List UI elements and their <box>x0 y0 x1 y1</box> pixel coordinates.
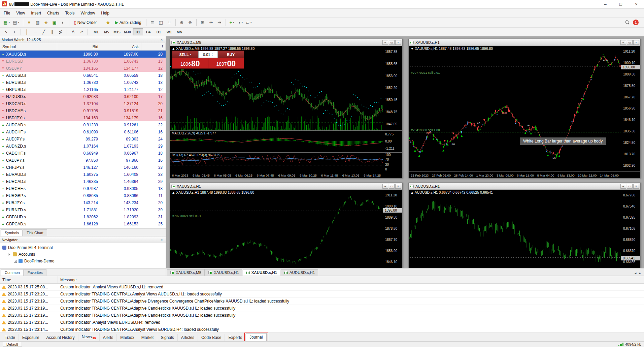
column-ask[interactable]: Ask <box>101 43 141 50</box>
column-time[interactable]: Time <box>0 276 58 283</box>
chart-tab-xauusd-s-m5[interactable]: XAUUSD.s,M5 <box>167 269 205 276</box>
menu-help[interactable]: Help <box>98 9 112 17</box>
chart-window-xauusd-h1-right[interactable]: XAUUSD.s,H1 – ▭ × BLBBBSXBLBIBLXBBBLB ▼ … <box>408 39 641 178</box>
timeframe-m30-button[interactable]: M30 <box>122 28 133 35</box>
minimize-button[interactable]: – <box>598 0 613 8</box>
chart-close-button[interactable]: × <box>633 184 639 189</box>
timeframe-m1-button[interactable]: M1 <box>91 28 101 35</box>
channel-button[interactable]: ∥ <box>48 28 56 36</box>
chart-window-audusd-h1[interactable]: AUDUSD.s,H1 – ▭ × ▲ AUDUSD.s,H1 0.66734 … <box>408 183 641 268</box>
menu-insert[interactable]: Insert <box>28 9 44 17</box>
autotrading-button[interactable]: ▶AutoTrading <box>112 19 144 26</box>
chart-line-button[interactable]: ≈ <box>165 19 173 26</box>
zoom-in-button[interactable]: ⊕ <box>178 19 186 26</box>
sell-price[interactable]: 1896 80 <box>172 58 208 68</box>
market-watch-row-usdchf-s[interactable]: ▼USDCHF.s0.917980.9181921 <box>0 107 166 114</box>
lot-spinner[interactable]: ▲▼ <box>211 53 213 56</box>
chart-tab-audusd-s-h1[interactable]: AUDUSD.s,H1 <box>281 269 318 276</box>
navigator-tab-favorites[interactable]: Favorites <box>24 269 46 276</box>
chart-window-titlebar[interactable]: XAUUSD.s,M5 – ▭ × <box>170 39 402 46</box>
price-chart[interactable] <box>409 190 621 268</box>
journal-row[interactable]: !2023.03.15 17:23:19...Custom indicator … <box>0 312 644 319</box>
timeframe-h1-button[interactable]: H1 <box>133 28 143 35</box>
chart-minimize-button[interactable]: – <box>382 40 388 45</box>
scroll-right-icon[interactable]: ► <box>638 272 641 275</box>
market-watch-row-eurnzd-s[interactable]: ▲EURNZD.s1.718811.7192039 <box>0 206 166 213</box>
chart-restore-button[interactable]: ▭ <box>627 40 633 45</box>
chart-tab-xauusd-s-h1[interactable]: XAUUSD.s,H1 <box>243 269 280 276</box>
cursor-button[interactable]: ↖ <box>2 28 10 36</box>
indicators-button[interactable]: +▾ <box>228 19 236 26</box>
chart-restore-button[interactable]: ▭ <box>389 184 395 189</box>
market-watch-row-eurcad-s[interactable]: ▲EURCAD.s1.463351.4636429 <box>0 178 166 185</box>
market-watch-row-nzdusd-s[interactable]: ▼NZDUSD.s0.620830.6210017 <box>0 93 166 100</box>
market-watch-row-cadchf-s[interactable]: ▲CADCHF.s0.669490.6696718 <box>0 150 166 157</box>
terminal-tab-exposure[interactable]: Exposure <box>19 334 43 341</box>
macd-pane[interactable]: MACD(12,26,9) -0.271 -1.977 0.7750.00-1.… <box>170 131 402 153</box>
terminal-tab-signals[interactable]: Signals <box>157 334 177 341</box>
metaeditor-button[interactable]: ◆ <box>104 19 112 26</box>
price-chart[interactable] <box>170 190 383 268</box>
terminal-tab-news[interactable]: News99 <box>78 333 100 341</box>
market-watch-row-gbpusd-s[interactable]: ▲GBPUSD.s1.211651.2117712 <box>0 86 166 93</box>
terminal-tab-experts[interactable]: Experts <box>225 334 246 341</box>
market-watch-row-audchf-s[interactable]: ▲AUDCHF.s0.610900.6110616 <box>0 128 166 135</box>
menu-charts[interactable]: Charts <box>44 9 62 17</box>
market-watch-row-audjpy-s[interactable]: ▲AUDJPY.s89.27989.30324 <box>0 135 166 143</box>
terminal-tab-articles[interactable]: Articles <box>178 334 198 341</box>
order-line[interactable]: #70770021 sell 0.01 <box>170 218 383 218</box>
horizontal-line-button[interactable]: ─ <box>31 28 39 36</box>
templates-button[interactable]: ▱▾ <box>245 19 253 26</box>
menu-window[interactable]: Window <box>78 9 98 17</box>
order-line[interactable]: #70419830 sell 1.00 <box>409 132 621 132</box>
timeframe-m5-button[interactable]: M5 <box>101 28 112 35</box>
order-line[interactable]: #70770021 sell 0.01 <box>409 75 621 75</box>
collapse-icon[interactable]: − <box>8 253 11 256</box>
scroll-left-icon[interactable]: ◄ <box>634 272 637 275</box>
terminal-tab-trade[interactable]: Trade <box>1 334 19 341</box>
text-tool-button[interactable]: A <box>69 28 77 36</box>
chart-tab-xauusd-s-h1[interactable]: XAUUSD.s,H1 <box>205 269 242 276</box>
chart-minimize-button[interactable]: – <box>620 184 626 189</box>
chart-window-titlebar[interactable]: AUDUSD.s,H1 – ▭ × <box>409 183 640 190</box>
column-spread[interactable]: ! <box>141 43 166 50</box>
buy-button[interactable]: BUY <box>218 51 244 58</box>
navigator-item-accounts[interactable]: −Accounts <box>0 251 166 258</box>
market-watch-close-icon[interactable]: × <box>159 38 164 42</box>
column-message[interactable]: Message <box>58 276 644 283</box>
close-button[interactable]: × <box>629 0 644 8</box>
chart-minimize-button[interactable]: – <box>620 40 626 45</box>
crosshair-button[interactable]: + <box>10 28 19 36</box>
data-window-button[interactable]: ▥ <box>34 19 42 26</box>
chart-window-titlebar[interactable]: XAUUSD.s,H1 – ▭ × <box>409 39 640 46</box>
notification-badge[interactable]: 1 <box>633 20 639 25</box>
navigator-button[interactable]: ◈ <box>42 19 50 26</box>
lot-decrease-icon[interactable]: ▼ <box>211 55 213 56</box>
timeframe-h4-button[interactable]: H4 <box>143 28 154 35</box>
sell-button[interactable]: SELL ▾ <box>172 51 198 58</box>
navigator-item-dooprime-demo[interactable]: +DooPrime-Demo <box>0 258 166 264</box>
journal-row[interactable]: !2023.03.15 17:25:08...Custom indicator … <box>0 284 644 291</box>
trendline-button[interactable]: ╱ <box>40 28 48 36</box>
chart-bars-button[interactable]: ≣ <box>148 19 157 26</box>
market-watch-button[interactable]: ≡ <box>25 19 33 26</box>
market-watch-row-chfjpy-s[interactable]: ▲CHFJPY.s146.127146.16033 <box>0 164 166 171</box>
chart-window-xauusd-m5[interactable]: XAUUSD.s,M5 – ▭ × ▲ XAUUSD.s,M5 1896.88 … <box>170 39 403 178</box>
market-watch-row-eurchf-s[interactable]: ▲EURCHF.s0.979870.9800518 <box>0 185 166 192</box>
rsi-pane[interactable]: RSI(13) 67.4670 RSI(3) 96.3725 10070300 <box>170 153 402 172</box>
market-watch-row-gbpcad-s[interactable]: ▲GBPCAD.s1.661281.6615325 <box>0 220 166 227</box>
strategy-tester-button[interactable]: ◐ <box>59 19 67 26</box>
terminal-button[interactable]: ▣ <box>50 19 59 26</box>
chart-candles-button[interactable]: ◫ <box>157 19 165 26</box>
candlestick-chart[interactable]: BLBBBSXBLBIBLXBBBLB <box>409 46 621 171</box>
column-symbol[interactable]: Symbol <box>0 43 57 50</box>
chart-window-titlebar[interactable]: XAUUSD.s,H1 – ▭ × <box>170 183 402 190</box>
market-watch-row-euraud-s[interactable]: ▲EURAUD.s1.603751.6040833 <box>0 171 166 178</box>
navigator-item-doo-prime-mt4-terminal[interactable]: Doo Prime MT4 Terminal <box>0 244 166 251</box>
market-watch-row-gbpaud-s[interactable]: ▲GBPAUD.s1.820621.8209331 <box>0 213 166 220</box>
price-pane[interactable]: ▲ AUDUSD.s,H1 0.66734 0.66742 0.66525 0.… <box>409 190 640 268</box>
chart-restore-button[interactable]: ▭ <box>627 184 633 189</box>
journal-row[interactable]: !2023.03.15 17:23:19...Custom indicator … <box>0 298 644 305</box>
timeframe-w1-button[interactable]: W1 <box>164 28 174 35</box>
terminal-tab-account-history[interactable]: Account History <box>43 334 78 341</box>
